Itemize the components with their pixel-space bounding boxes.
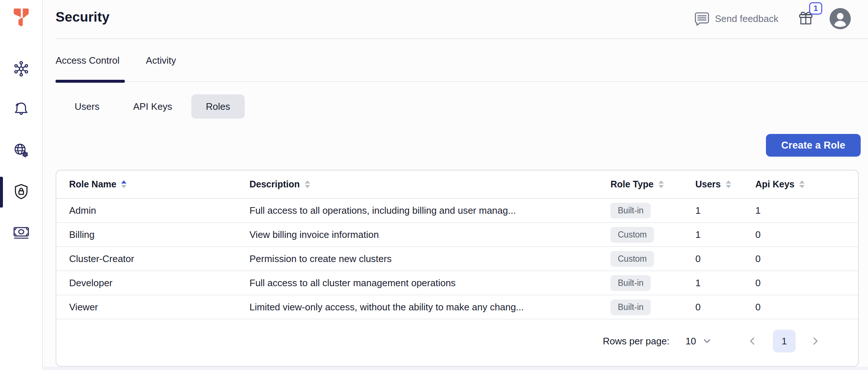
- subtab-bar: Users API Keys Roles: [60, 94, 245, 119]
- table-row-admin[interactable]: Admin Full access to all operations, inc…: [56, 199, 858, 223]
- role-type-badge: Built-in: [610, 203, 651, 218]
- users-count-cell: 0: [695, 302, 755, 313]
- sort-icon: [658, 180, 664, 188]
- rows-per-page-label: Rows per page:: [603, 336, 669, 347]
- description-cell: Full access to all cluster management op…: [249, 277, 610, 289]
- subtab-users[interactable]: Users: [60, 94, 114, 119]
- role-type-badge: Custom: [610, 251, 654, 267]
- next-page-button[interactable]: [811, 336, 820, 346]
- create-role-button[interactable]: Create a Role: [766, 134, 861, 157]
- column-header-description[interactable]: Description: [249, 179, 610, 190]
- description-cell: Limited view-only access, without the ab…: [249, 302, 610, 313]
- sidebar-item-alerts[interactable]: [9, 97, 33, 121]
- page-bottom-strip: [44, 367, 868, 370]
- table-header-row: Role Name Description Role Type: [56, 171, 858, 199]
- api-keys-count-cell: 1: [755, 205, 845, 216]
- role-name-cell: Viewer: [69, 302, 249, 313]
- gift-badge: 1: [809, 2, 822, 15]
- chevron-right-icon: [811, 336, 820, 346]
- column-header-users[interactable]: Users: [695, 179, 755, 190]
- header-divider: [56, 38, 868, 39]
- billing-money-icon: [12, 223, 30, 242]
- column-header-role-name[interactable]: Role Name: [69, 179, 249, 190]
- sidebar-item-clusters[interactable]: [9, 57, 33, 81]
- sort-ascending-icon: [121, 180, 127, 188]
- table-row-developer[interactable]: Developer Full access to all cluster man…: [56, 271, 858, 295]
- api-keys-count-cell: 0: [755, 253, 845, 265]
- api-keys-count-cell: 0: [755, 229, 845, 240]
- previous-page-button[interactable]: [748, 336, 757, 346]
- table-row-billing[interactable]: Billing View billing invoice information…: [56, 223, 858, 247]
- send-feedback-button[interactable]: Send feedback: [694, 12, 778, 26]
- api-keys-count-cell: 0: [755, 277, 845, 289]
- sidebar: [0, 0, 43, 370]
- sidebar-item-network-access[interactable]: [9, 139, 33, 163]
- network-globe-gear-icon: [12, 142, 30, 160]
- header-actions: Send feedback 1: [694, 8, 851, 29]
- page-title: Security: [56, 10, 110, 25]
- security-page: Security Send feedback: [0, 0, 868, 370]
- current-page-button[interactable]: 1: [773, 330, 796, 352]
- column-header-api-keys[interactable]: Api Keys: [755, 179, 845, 190]
- users-count-cell: 1: [695, 277, 755, 289]
- description-cell: Full access to all operations, including…: [249, 205, 610, 216]
- sort-icon: [304, 180, 311, 188]
- sort-icon: [725, 180, 732, 188]
- description-cell: View billing invoice information: [249, 229, 610, 240]
- sidebar-item-billing[interactable]: [9, 220, 33, 244]
- avatar-person-icon: [830, 8, 851, 29]
- sidebar-item-security[interactable]: [9, 180, 33, 204]
- send-feedback-label: Send feedback: [715, 13, 778, 25]
- security-shield-lock-icon: [12, 183, 30, 201]
- users-count-cell: 1: [695, 205, 755, 216]
- feedback-bubble-icon: [694, 12, 710, 26]
- role-type-badge: Custom: [610, 227, 654, 243]
- column-header-role-type[interactable]: Role Type: [610, 179, 695, 190]
- cluster-icon: [12, 60, 30, 78]
- yugabyte-logo[interactable]: [11, 7, 31, 29]
- rows-per-page-value: 10: [685, 336, 696, 347]
- tab-bar-border: [56, 81, 868, 82]
- role-type-badge: Built-in: [610, 275, 651, 291]
- role-name-cell: Billing: [69, 229, 249, 240]
- users-count-cell: 0: [695, 253, 755, 265]
- users-count-cell: 1: [695, 229, 755, 240]
- main-content: Security Send feedback: [44, 0, 868, 370]
- chevron-down-icon: [703, 337, 711, 345]
- api-keys-count-cell: 0: [755, 302, 845, 313]
- pagination-bar: Rows per page: 10 1: [56, 316, 858, 366]
- whats-new-gift-button[interactable]: 1: [797, 10, 814, 28]
- role-type-badge: Built-in: [610, 299, 651, 315]
- sort-icon: [799, 180, 805, 188]
- alerts-bell-icon: [12, 100, 30, 117]
- tab-activity[interactable]: Activity: [146, 52, 176, 66]
- role-name-cell: Cluster-Creator: [69, 253, 249, 265]
- tab-bar: Access Control Activity: [56, 52, 176, 66]
- subtab-roles[interactable]: Roles: [191, 94, 245, 119]
- chevron-left-icon: [748, 336, 757, 346]
- rows-per-page-select[interactable]: 10: [685, 336, 711, 347]
- role-name-cell: Admin: [69, 205, 249, 216]
- sidebar-active-indicator: [0, 177, 3, 208]
- brand-y-icon: [11, 7, 31, 29]
- roles-table-card: Role Name Description Role Type: [56, 170, 859, 367]
- description-cell: Permission to create new clusters: [249, 253, 610, 265]
- subtab-api-keys[interactable]: API Keys: [119, 94, 187, 119]
- role-name-cell: Developer: [69, 277, 249, 289]
- active-tab-underline: [56, 80, 125, 83]
- user-avatar[interactable]: [830, 8, 851, 29]
- tab-access-control[interactable]: Access Control: [56, 52, 120, 66]
- table-row-cluster-creator[interactable]: Cluster-Creator Permission to create new…: [56, 247, 858, 271]
